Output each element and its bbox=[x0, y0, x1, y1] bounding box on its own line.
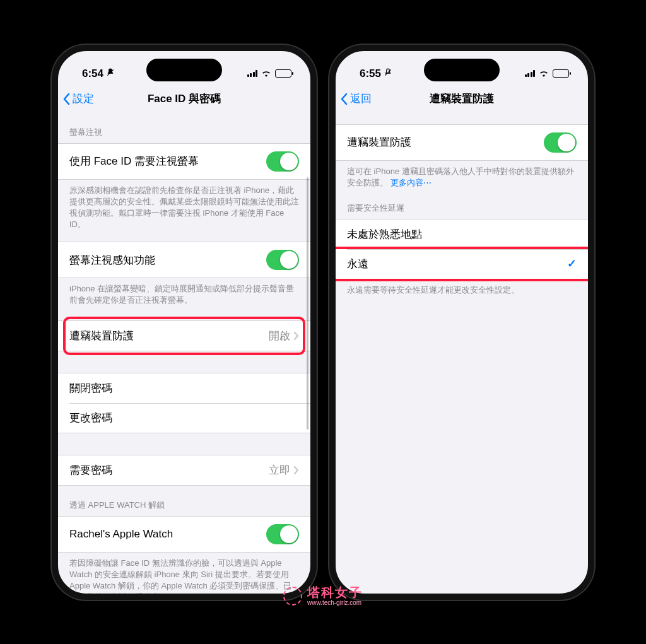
silent-icon bbox=[106, 68, 115, 79]
watermark-cn: 塔科女子 bbox=[307, 585, 363, 599]
row-label: 未處於熟悉地點 bbox=[347, 227, 422, 242]
nav-bar: 返回 遭竊裝置防護 bbox=[336, 85, 588, 113]
section-footer-watch: 若因障礙物讓 Face ID 無法辨識你的臉，可以透過與 Apple Watch… bbox=[58, 553, 310, 600]
row-stolen-device[interactable]: 遭竊裝置防護 開啟 bbox=[58, 321, 310, 351]
chevron-right-icon bbox=[294, 466, 299, 474]
back-button[interactable]: 設定 bbox=[63, 91, 94, 106]
row-label: 更改密碼 bbox=[69, 411, 112, 425]
cellular-icon bbox=[247, 70, 258, 77]
highlight-always-row bbox=[336, 247, 588, 281]
row-label: 遭竊裝置防護 bbox=[347, 135, 411, 149]
nav-title: 遭竊裝置防護 bbox=[430, 91, 494, 106]
phone-left: 6:54 設定 Face ID 與密碼 螢幕注視 使用 Face ID 需要注視… bbox=[52, 45, 317, 600]
watermark-icon bbox=[283, 587, 302, 606]
row-value: 開啟 bbox=[269, 329, 290, 343]
dynamic-island bbox=[146, 59, 222, 81]
wifi-icon bbox=[261, 67, 271, 80]
nav-bar: 設定 Face ID 與密碼 bbox=[58, 85, 310, 113]
row-always[interactable]: 永遠 ✓ bbox=[336, 249, 588, 279]
toggle-on[interactable] bbox=[266, 151, 299, 172]
back-label: 設定 bbox=[73, 91, 94, 106]
row-label: 遭竊裝置防護 bbox=[69, 329, 134, 343]
section-footer-attention: 原深感測相機會在認證前先檢查你是否正注視著 iPhone，藉此提供更高層次的安全… bbox=[58, 180, 310, 231]
row-label: Rachel's Apple Watch bbox=[69, 528, 173, 541]
wifi-icon bbox=[539, 67, 549, 80]
silent-icon bbox=[384, 68, 392, 79]
row-change-passcode[interactable]: 更改密碼 bbox=[58, 403, 310, 433]
footer-text: 這可在 iPhone 遭竊且密碼落入他人手中時對你的裝置提供額外安全防護。 bbox=[347, 167, 574, 187]
chevron-right-icon bbox=[294, 332, 299, 340]
section-header-watch: 透過 APPLE WATCH 解鎖 bbox=[58, 486, 310, 516]
dynamic-island bbox=[424, 59, 500, 81]
section-header-attention: 螢幕注視 bbox=[58, 113, 310, 143]
settings-content: 遭竊裝置防護 這可在 iPhone 遭竊且密碼落入他人手中時對你的裝置提供額外安… bbox=[336, 113, 588, 296]
phone-right: 6:55 返回 遭竊裝置防護 遭竊裝置防護 這可在 i bbox=[329, 45, 594, 600]
cellular-icon bbox=[525, 70, 536, 77]
row-apple-watch[interactable]: Rachel's Apple Watch bbox=[58, 517, 310, 552]
checkmark-icon: ✓ bbox=[567, 257, 577, 271]
nav-title: Face ID 與密碼 bbox=[148, 91, 221, 106]
chevron-left-icon bbox=[63, 93, 70, 105]
section-header-delay: 需要安全性延遲 bbox=[336, 189, 588, 219]
back-button[interactable]: 返回 bbox=[341, 91, 372, 106]
watermark-en: www.tech-girlz.com bbox=[307, 599, 363, 606]
row-attention-aware[interactable]: 螢幕注視感知功能 bbox=[58, 242, 310, 278]
row-label: 需要密碼 bbox=[69, 463, 112, 477]
learn-more-link[interactable]: 更多內容⋯ bbox=[391, 178, 432, 187]
row-label: 螢幕注視感知功能 bbox=[69, 253, 155, 267]
status-time: 6:54 bbox=[82, 67, 103, 80]
scrollbar[interactable] bbox=[307, 177, 308, 430]
section-footer-always: 永遠需要等待安全性延遲才能更改安全性設定。 bbox=[336, 279, 588, 296]
row-require-passcode[interactable]: 需要密碼 立即 bbox=[58, 455, 310, 485]
toggle-on[interactable] bbox=[544, 132, 577, 153]
watermark: 塔科女子 www.tech-girlz.com bbox=[283, 585, 363, 606]
status-time: 6:55 bbox=[360, 67, 381, 80]
section-footer-aware: iPhone 在讓螢幕變暗、鎖定時展開通知或降低部分提示聲音量前會先確定你是否正… bbox=[58, 278, 310, 306]
section-footer-protect: 這可在 iPhone 遭竊且密碼落入他人手中時對你的裝置提供額外安全防護。 更多… bbox=[336, 161, 588, 189]
row-stolen-protection-toggle[interactable]: 遭竊裝置防護 bbox=[336, 125, 588, 160]
row-require-attention[interactable]: 使用 Face ID 需要注視螢幕 bbox=[58, 144, 310, 179]
toggle-on[interactable] bbox=[266, 524, 299, 544]
row-away-from-familiar[interactable]: 未處於熟悉地點 bbox=[336, 220, 588, 249]
back-label: 返回 bbox=[350, 91, 372, 106]
row-label: 永遠 bbox=[347, 257, 368, 271]
settings-content: 螢幕注視 使用 Face ID 需要注視螢幕 原深感測相機會在認證前先檢查你是否… bbox=[58, 113, 310, 600]
battery-icon bbox=[275, 69, 291, 78]
row-label: 使用 Face ID 需要注視螢幕 bbox=[69, 154, 199, 168]
battery-icon bbox=[553, 69, 569, 78]
chevron-left-icon bbox=[341, 93, 348, 105]
row-turn-off-passcode[interactable]: 關閉密碼 bbox=[58, 373, 310, 403]
row-label: 關閉密碼 bbox=[69, 381, 112, 395]
toggle-on[interactable] bbox=[266, 250, 299, 270]
row-value: 立即 bbox=[269, 463, 290, 477]
